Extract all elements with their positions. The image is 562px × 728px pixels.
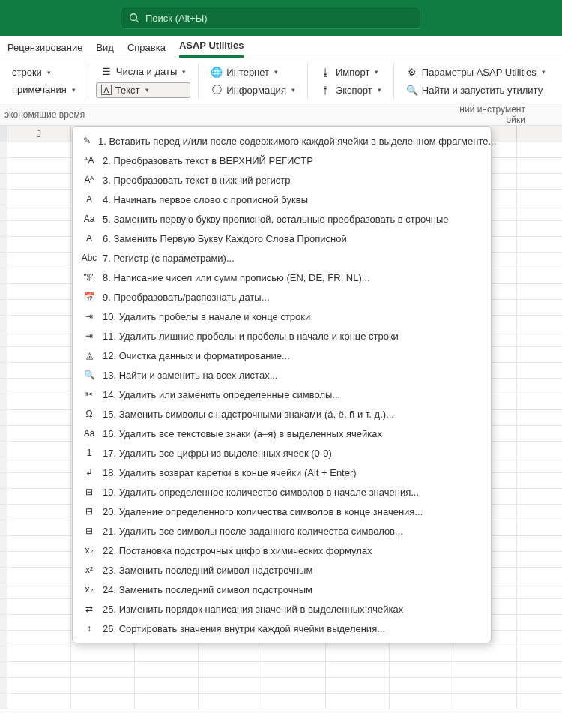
import-button[interactable]: ⭳ Импорт▾: [315, 64, 386, 79]
grid-cell[interactable]: [7, 284, 71, 299]
grid-cell[interactable]: [199, 678, 262, 693]
grid-cell[interactable]: [326, 678, 390, 693]
find-run-button[interactable]: 🔍 Найти и запустить утилиту: [402, 82, 550, 97]
grid-cell[interactable]: [262, 694, 326, 709]
grid-cell[interactable]: [135, 662, 199, 677]
menu-item-1[interactable]: ✎1. Вставить перед и/или после содержимо…: [73, 131, 491, 151]
menu-item-24[interactable]: x₂24. Заменить последний символ подстроч…: [73, 580, 491, 599]
menu-item-18[interactable]: ↲18. Удалить возврат каретки в конце яче…: [73, 463, 491, 482]
grid-cell[interactable]: [71, 646, 135, 661]
grid-cell[interactable]: [453, 662, 517, 677]
menu-item-23[interactable]: x²23. Заменить последний символ надстроч…: [73, 560, 491, 580]
menu-item-17[interactable]: 117. Удалить все цифры из выделенных яче…: [73, 443, 491, 463]
notes-button-partial[interactable]: примечания▾: [7, 82, 80, 97]
menu-item-8[interactable]: "$"8. Написание чисел или сумм прописью …: [73, 268, 491, 287]
grid-cell[interactable]: [7, 568, 71, 583]
asap-params-button[interactable]: ⚙ Параметры ASAP Utilities▾: [402, 64, 550, 79]
grid-cell[interactable]: [7, 646, 71, 661]
grid-cell[interactable]: [7, 678, 71, 693]
grid-cell[interactable]: [7, 379, 71, 394]
menu-item-3[interactable]: Aᴬ3. Преобразовать текст в нижний регист…: [73, 170, 491, 190]
grid-cell[interactable]: [7, 520, 71, 535]
grid-cell[interactable]: [390, 646, 453, 661]
menu-item-6[interactable]: A6. Заменить Первую Букву Каждого Слова …: [73, 229, 491, 248]
grid-cell[interactable]: [199, 662, 262, 677]
grid-cell[interactable]: [7, 599, 71, 614]
grid-cell[interactable]: [7, 410, 71, 425]
grid-cell[interactable]: [7, 394, 71, 409]
grid-cell[interactable]: [453, 678, 517, 693]
menu-item-25[interactable]: ⇄25. Изменить порядок написания значений…: [73, 599, 491, 619]
grid-cell[interactable]: [7, 615, 71, 630]
menu-item-20[interactable]: ⊟20. Удаление определенного количества с…: [73, 502, 491, 521]
menu-item-13[interactable]: 🔍13. Найти и заменить на всех листах...: [73, 365, 491, 385]
grid-cell[interactable]: [7, 158, 71, 173]
grid-cell[interactable]: [262, 678, 326, 693]
grid-cell[interactable]: [7, 631, 71, 646]
menu-item-15[interactable]: Ω15. Заменить символы с надстрочными зна…: [73, 404, 491, 424]
tab-view[interactable]: Вид: [96, 39, 114, 58]
grid-cell[interactable]: [7, 316, 71, 331]
grid-cell[interactable]: [199, 694, 262, 709]
grid-cell[interactable]: [7, 552, 71, 567]
grid-cell[interactable]: [7, 253, 71, 268]
grid-cell[interactable]: [7, 662, 71, 677]
menu-item-5[interactable]: Aa5. Заменить первую букву прописной, ос…: [73, 209, 491, 229]
menu-item-2[interactable]: ᴬA2. Преобразовать текст в ВЕРХНИЙ РЕГИС…: [73, 151, 491, 170]
menu-item-7[interactable]: Abc7. Регистр (с параметрами)...: [73, 248, 491, 268]
grid-cell[interactable]: [7, 237, 71, 252]
tab-review[interactable]: Рецензирование: [7, 39, 82, 58]
grid-cell[interactable]: [7, 205, 71, 220]
menu-item-16[interactable]: Aa16. Удалить все текстовые знаки (a–я) …: [73, 424, 491, 443]
grid-cell[interactable]: [262, 646, 326, 661]
grid-cell[interactable]: [390, 662, 453, 677]
search-box[interactable]: Поиск (Alt+Ы): [121, 7, 420, 29]
rows-button-partial[interactable]: строки▾: [7, 65, 80, 79]
grid-cell[interactable]: [199, 646, 262, 661]
grid-cell[interactable]: [7, 363, 71, 378]
grid-cell[interactable]: [7, 457, 71, 472]
grid-cell[interactable]: [390, 694, 453, 709]
tab-help[interactable]: Справка: [127, 39, 166, 58]
grid-cell[interactable]: [453, 694, 517, 709]
menu-item-10[interactable]: ⇥10. Удалить пробелы в начале и конце ст…: [73, 307, 491, 326]
text-button[interactable]: A Текст▾: [96, 82, 191, 98]
tab-asap-utilities[interactable]: ASAP Utilities: [179, 37, 244, 58]
grid-cell[interactable]: [7, 190, 71, 205]
menu-item-22[interactable]: x₂22. Постановка подстрочных цифр в хими…: [73, 541, 491, 560]
grid-cell[interactable]: [135, 694, 199, 709]
grid-cell[interactable]: [7, 536, 71, 551]
grid-cell[interactable]: [7, 505, 71, 520]
grid-cell[interactable]: [7, 426, 71, 441]
grid-cell[interactable]: [7, 268, 71, 283]
grid-cell[interactable]: [7, 442, 71, 457]
menu-item-19[interactable]: ⊟19. Удалить определенное количество сим…: [73, 482, 491, 502]
grid-cell[interactable]: [7, 489, 71, 504]
menu-item-21[interactable]: ⊟21. Удалить все символы после заданного…: [73, 521, 491, 541]
menu-item-9[interactable]: 📅9. Преобразовать/распознать даты...: [73, 287, 491, 307]
grid-cell[interactable]: [7, 142, 71, 157]
grid-cell[interactable]: [390, 678, 453, 693]
grid-cell[interactable]: [7, 300, 71, 315]
menu-item-12[interactable]: ◬12. Очистка данных и форматирование...: [73, 346, 491, 365]
menu-item-4[interactable]: A4. Начинать первое слово с прописной бу…: [73, 190, 491, 209]
numbers-dates-button[interactable]: ☰ Числа и даты▾: [96, 64, 191, 79]
grid-cell[interactable]: [453, 646, 517, 661]
grid-cell[interactable]: [7, 221, 71, 236]
internet-button[interactable]: 🌐 Интернет▾: [206, 64, 300, 79]
grid-cell[interactable]: [7, 331, 71, 346]
grid-cell[interactable]: [7, 694, 71, 709]
grid-cell[interactable]: [262, 662, 326, 677]
grid-cell[interactable]: [71, 694, 135, 709]
grid-cell[interactable]: [71, 678, 135, 693]
menu-item-26[interactable]: ↕26. Сортировать значения внутри каждой …: [73, 619, 491, 638]
menu-item-11[interactable]: ⇥11. Удалить лишние пробелы и пробелы в …: [73, 326, 491, 346]
grid-cell[interactable]: [326, 646, 390, 661]
grid-cell[interactable]: [7, 583, 71, 598]
grid-cell[interactable]: [326, 694, 390, 709]
export-button[interactable]: ⭱ Экспорт▾: [315, 82, 386, 97]
grid-cell[interactable]: [7, 347, 71, 362]
grid-cell[interactable]: [7, 473, 71, 488]
grid-cell[interactable]: [326, 662, 390, 677]
menu-item-14[interactable]: ✂14. Удалить или заменить определенные с…: [73, 385, 491, 404]
